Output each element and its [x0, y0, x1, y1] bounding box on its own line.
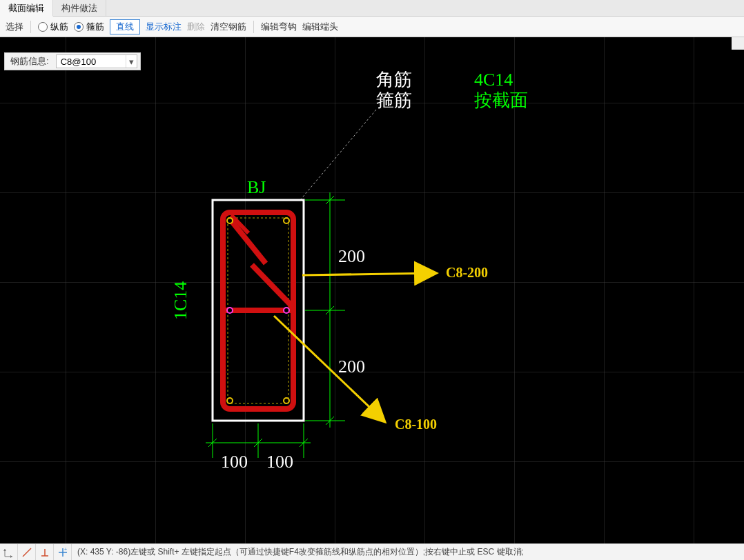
status-icon-ortho[interactable]: [18, 544, 36, 561]
svg-line-5: [231, 221, 266, 263]
dropdown-arrow-icon[interactable]: ▾: [126, 55, 137, 68]
tab-component-method[interactable]: 构件做法: [53, 0, 106, 16]
svg-point-11: [284, 398, 289, 403]
status-icon-ucs[interactable]: [0, 544, 18, 561]
edit-hook-link[interactable]: 编辑弯钩: [261, 21, 297, 33]
rebar-info-combo[interactable]: ▾: [56, 54, 137, 68]
callout-arrow-1: [302, 273, 435, 275]
show-annotation-link[interactable]: 显示标注: [146, 21, 182, 33]
separator: [253, 21, 254, 33]
canvas-area[interactable]: 角筋 箍筋 4C14 按截面 BJ: [0, 37, 744, 543]
delete-link: 删除: [187, 21, 205, 33]
radio-longitudinal[interactable]: 纵筋: [38, 21, 68, 33]
select-label: 选择: [6, 21, 23, 33]
status-icon-cross[interactable]: +: [54, 544, 72, 561]
radio-longitudinal-label: 纵筋: [50, 21, 68, 33]
svg-point-8: [227, 218, 233, 223]
svg-line-28: [23, 548, 31, 557]
separator: [30, 21, 31, 33]
dim-v2: 200: [338, 357, 365, 377]
status-message: (X: 435 Y: -86)左键或 Shift+ 左键指定起点（可通过快捷键F…: [72, 546, 524, 558]
radio-icon: [74, 22, 84, 32]
label-by-section: 按截面: [474, 90, 528, 110]
tab-section-edit[interactable]: 截面编辑: [0, 0, 53, 17]
radio-stirrup-label: 箍筋: [86, 21, 104, 33]
label-side: 1C14: [170, 281, 190, 320]
rebar-info-bar: 钢筋信息: ▾: [4, 52, 141, 70]
callout-1-text: C8-200: [446, 265, 488, 280]
label-bj: BJ: [247, 177, 266, 197]
svg-line-3: [300, 110, 376, 200]
svg-point-9: [284, 218, 289, 223]
status-icon-perp[interactable]: [36, 544, 54, 561]
vertical-dimension: [305, 192, 345, 428]
dim-h2: 100: [266, 452, 293, 472]
tabs-row: 截面编辑 构件做法: [0, 0, 744, 17]
svg-text:+: +: [64, 547, 67, 552]
radio-icon: [38, 22, 48, 32]
dim-v1: 200: [338, 246, 365, 266]
label-spec: 4C14: [474, 70, 513, 90]
edit-end-link[interactable]: 编辑端头: [302, 21, 338, 33]
svg-point-13: [284, 308, 289, 313]
rebar-info-label: 钢筋信息:: [8, 55, 52, 68]
clear-rebar-link[interactable]: 清空钢筋: [211, 21, 246, 33]
radio-stirrup[interactable]: 箍筋: [74, 21, 104, 33]
straight-line-button[interactable]: 直线: [110, 19, 140, 34]
callout-2-text: C8-100: [395, 417, 437, 432]
status-bar: + (X: 435 Y: -86)左键或 Shift+ 左键指定起点（可通过快捷…: [0, 543, 744, 560]
scroll-corner: [732, 37, 744, 50]
label-corner-rebar: 角筋: [376, 70, 412, 90]
svg-point-12: [227, 308, 233, 313]
label-stirrup-rebar: 箍筋: [376, 90, 412, 110]
dim-h1: 100: [221, 452, 248, 472]
svg-line-6: [252, 265, 293, 308]
drawing-overlay: 角筋 箍筋 4C14 按截面 BJ: [0, 37, 744, 543]
main-toolbar: 选择 纵筋 箍筋 直线 显示标注 删除 清空钢筋 编辑弯钩 编辑端头: [0, 17, 744, 37]
rebar-info-input[interactable]: [57, 55, 126, 68]
svg-point-10: [227, 398, 233, 403]
